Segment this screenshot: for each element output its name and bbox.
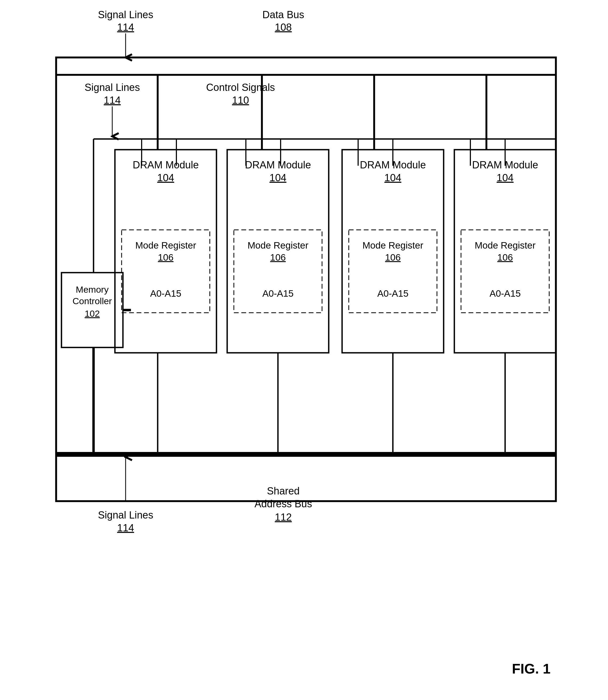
dram4-addr: A0-A15 (490, 288, 521, 299)
signal-lines-top-label: Signal Lines (98, 9, 153, 20)
diagram-container: Signal Lines 114 Data Bus 108 Signal Lin… (0, 0, 608, 700)
dram3-ref: 104 (384, 172, 401, 183)
fig-label: FIG. 1 (512, 661, 551, 677)
svg-rect-1 (56, 57, 556, 501)
memory-controller-ref: 102 (85, 308, 100, 319)
dram3-modereg-ref: 106 (385, 252, 401, 263)
dram1-addr: A0-A15 (150, 288, 182, 299)
dram4-modereg-ref: 106 (497, 252, 513, 263)
shared-address-bus-ref: 112 (275, 512, 291, 523)
dram1-modereg-ref: 106 (158, 252, 173, 263)
signal-lines-inner-label: Signal Lines (84, 82, 140, 93)
dram4-label: DRAM Module (472, 159, 538, 171)
control-signals-label: Control Signals (206, 82, 275, 93)
dram1-modereg-label: Mode Register (135, 240, 196, 250)
dram3-modereg-label: Mode Register (362, 240, 423, 250)
dram2-addr: A0-A15 (263, 288, 294, 299)
dram1-label: DRAM Module (133, 159, 198, 171)
signal-lines-inner-ref: 114 (104, 95, 120, 106)
shared-address-bus-label: Shared (267, 485, 300, 497)
shared-address-bus-label2: Address Bus (254, 498, 312, 509)
dram2-modereg-ref: 106 (270, 252, 286, 263)
dram3-addr: A0-A15 (377, 288, 408, 299)
data-bus-ref: 108 (275, 22, 291, 33)
signal-lines-top-ref: 114 (117, 22, 134, 33)
dram4-modereg-label: Mode Register (475, 240, 536, 250)
memory-controller-label2: Controller (72, 296, 112, 306)
dram4-ref: 104 (497, 172, 513, 183)
dram2-ref: 104 (269, 172, 286, 183)
signal-lines-bottom-ref: 114 (117, 522, 134, 533)
dram2-label: DRAM Module (245, 159, 311, 171)
dram3-label: DRAM Module (360, 159, 426, 171)
control-signals-ref: 110 (232, 95, 249, 106)
dram2-modereg-label: Mode Register (247, 240, 308, 250)
dram1-ref: 104 (157, 172, 174, 183)
signal-lines-bottom-label: Signal Lines (98, 509, 153, 521)
memory-controller-label: Memory (76, 284, 109, 295)
data-bus-label: Data Bus (263, 9, 304, 20)
